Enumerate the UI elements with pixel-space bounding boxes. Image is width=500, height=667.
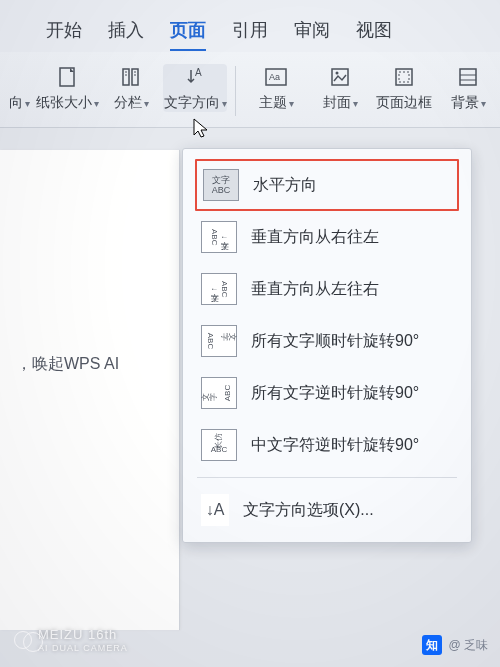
- thumb-vertical-ltr-icon: 文字↓ ABC: [201, 273, 237, 305]
- svg-rect-14: [460, 69, 476, 85]
- background-label: 背景: [451, 94, 479, 112]
- svg-rect-1: [123, 69, 129, 85]
- svg-rect-2: [132, 69, 138, 85]
- theme-icon: Aa: [263, 64, 289, 90]
- thumb-horizontal-icon: 文字ABC: [203, 169, 239, 201]
- thumb-rotate-cw-icon: ABC 文字: [201, 325, 237, 357]
- svg-rect-12: [396, 69, 412, 85]
- phone-sub: AI DUAL CAMERA: [38, 643, 128, 653]
- menu-item-rotate-ccw[interactable]: 文字 ABC 所有文字逆时针旋转90°: [183, 367, 471, 419]
- menu-label: 垂直方向从左往右: [251, 279, 379, 300]
- menu-label: 中文字符逆时针旋转90°: [251, 435, 419, 456]
- menu-item-vertical-rtl[interactable]: ABC 文字↓ 垂直方向从右往左: [183, 211, 471, 263]
- tab-insert[interactable]: 插入: [108, 18, 144, 42]
- menu-separator: [197, 477, 457, 478]
- page-border-button[interactable]: 页面边框: [372, 64, 436, 112]
- tab-view[interactable]: 视图: [356, 18, 392, 42]
- menu-item-rotate-cw[interactable]: ABC 文字 所有文字顺时针旋转90°: [183, 315, 471, 367]
- tab-page[interactable]: 页面: [170, 18, 206, 42]
- orientation-label: 向: [9, 94, 23, 112]
- zhihu-watermark: 知 @ 乏味: [422, 635, 488, 655]
- tab-review[interactable]: 审阅: [294, 18, 330, 42]
- svg-text:Aa: Aa: [269, 72, 280, 82]
- text-direction-label: 文字方向: [164, 94, 220, 112]
- text-direction-button[interactable]: A 文字方向▾: [163, 64, 227, 112]
- cover-label: 封面: [323, 94, 351, 112]
- phone-brand: MEIZU 16th: [38, 627, 117, 642]
- menu-item-vertical-ltr[interactable]: 文字↓ ABC 垂直方向从左往右: [183, 263, 471, 315]
- paper-size-icon: [54, 64, 80, 90]
- ribbon-separator: [235, 66, 236, 116]
- chevron-down-icon: ▾: [289, 98, 294, 109]
- chevron-down-icon: ▾: [25, 98, 30, 109]
- zhihu-username: @ 乏味: [448, 637, 488, 654]
- zhihu-logo-icon: 知: [422, 635, 442, 655]
- background-icon: [455, 64, 481, 90]
- background-button[interactable]: 背景▾: [436, 64, 500, 112]
- thumb-cjk-rotate-icon: 长仿 ABC: [201, 429, 237, 461]
- menu-label: 垂直方向从右往左: [251, 227, 379, 248]
- menu-label: 所有文字顺时针旋转90°: [251, 331, 419, 352]
- paper-size-button[interactable]: 纸张大小▾: [35, 64, 99, 112]
- menu-label: 文字方向选项(X)...: [243, 500, 374, 521]
- chevron-down-icon: ▾: [353, 98, 358, 109]
- thumb-vertical-rtl-icon: ABC 文字↓: [201, 221, 237, 253]
- svg-rect-13: [399, 72, 409, 82]
- menu-item-horizontal[interactable]: 文字ABC 水平方向: [195, 159, 459, 211]
- theme-label: 主题: [259, 94, 287, 112]
- thumb-rotate-ccw-icon: 文字 ABC: [201, 377, 237, 409]
- chevron-down-icon: ▾: [94, 98, 99, 109]
- theme-button[interactable]: Aa 主题▾: [244, 64, 308, 112]
- ribbon: 向▾ 纸张大小▾ 分栏▾ A 文字方向▾ Aa 主题▾ 封面▾ 页面边框 背景▾: [0, 52, 500, 128]
- chevron-down-icon: ▾: [481, 98, 486, 109]
- tab-start[interactable]: 开始: [46, 18, 82, 42]
- page-border-icon: [391, 64, 417, 90]
- columns-label: 分栏: [114, 94, 142, 112]
- text-direction-options-icon: ↓A: [201, 494, 229, 526]
- columns-button[interactable]: 分栏▾: [99, 64, 163, 112]
- ai-hint-text: ，唤起WPS AI: [16, 354, 119, 375]
- phone-watermark: MEIZU 16th AI DUAL CAMERA: [14, 627, 128, 653]
- columns-icon: [118, 64, 144, 90]
- orientation-icon: [7, 64, 33, 90]
- text-direction-icon: A: [182, 64, 208, 90]
- dual-camera-icon: [14, 631, 32, 649]
- menu-label: 水平方向: [253, 175, 317, 196]
- paper-size-label: 纸张大小: [36, 94, 92, 112]
- svg-point-11: [336, 72, 339, 75]
- page-border-label: 页面边框: [376, 94, 432, 112]
- chevron-down-icon: ▾: [144, 98, 149, 109]
- text-direction-menu: 文字ABC 水平方向 ABC 文字↓ 垂直方向从右往左 文字↓ ABC 垂直方向…: [182, 148, 472, 543]
- menu-label: 所有文字逆时针旋转90°: [251, 383, 419, 404]
- menu-item-cjk-rotate-ccw[interactable]: 长仿 ABC 中文字符逆时针旋转90°: [183, 419, 471, 471]
- orientation-button[interactable]: 向▾: [4, 64, 35, 112]
- tab-bar: 开始 插入 页面 引用 审阅 视图: [0, 0, 500, 52]
- document-canvas[interactable]: ，唤起WPS AI: [0, 150, 180, 630]
- menu-item-direction-options[interactable]: ↓A 文字方向选项(X)...: [183, 484, 471, 536]
- cover-icon: [327, 64, 353, 90]
- tab-reference[interactable]: 引用: [232, 18, 268, 42]
- cover-button[interactable]: 封面▾: [308, 64, 372, 112]
- svg-text:A: A: [195, 67, 202, 78]
- chevron-down-icon: ▾: [222, 98, 227, 109]
